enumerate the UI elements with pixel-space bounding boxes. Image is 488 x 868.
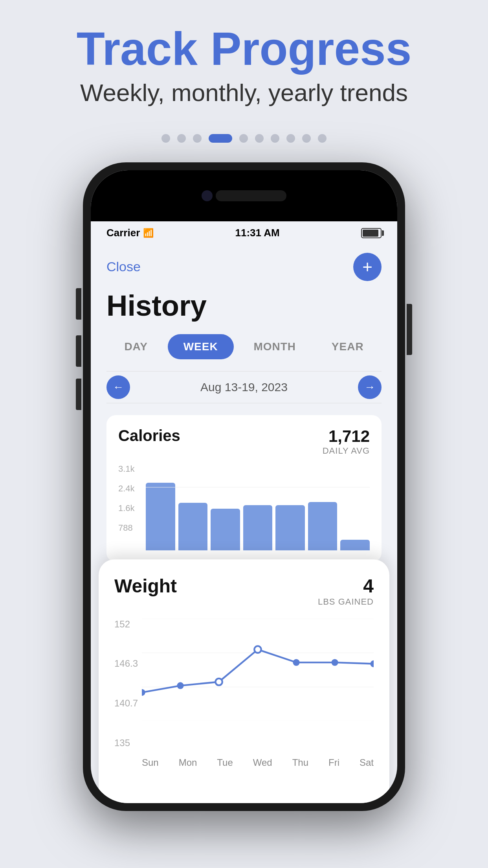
tab-day[interactable]: DAY [108,334,163,359]
dot-5[interactable] [239,134,248,143]
weight-chart-svg [142,619,374,721]
x-label-fri: Fri [328,757,339,768]
calories-stat: 1,712 DAILY AVG [323,427,370,456]
calories-avg-label: DAILY AVG [323,446,370,456]
bar-chart: 3.1k 2.4k 1.6k 788 [118,464,370,550]
y-axis-labels: 3.1k 2.4k 1.6k 788 [118,464,135,533]
weight-y-2: 146.3 [114,658,138,669]
point-tue [215,679,222,685]
bar-fri [308,502,338,550]
add-button[interactable]: + [353,253,382,281]
status-time: 11:31 AM [235,227,280,239]
x-label-wed: Wed [253,757,272,768]
weight-title: Weight [114,575,177,597]
bar-tue [211,509,240,550]
weight-header: Weight 4 LBS GAINED [114,575,374,607]
wifi-icon: 📶 [143,228,154,238]
bar-sun [146,483,175,550]
dot-8[interactable] [286,134,295,143]
speaker-grille [216,190,286,201]
pagination-dots [0,134,488,143]
point-sun [142,689,145,696]
point-mon [177,682,183,689]
y-label-2: 2.4k [118,484,135,494]
date-navigation: ← Aug 13-19, 2023 → [106,371,382,403]
bar-sat [340,540,370,550]
carrier-info: Carrier 📶 [106,227,154,239]
point-thu [293,659,299,666]
dot-4-active[interactable] [209,134,232,143]
x-label-sat: Sat [360,757,374,768]
volume-down-button [76,379,81,410]
weight-y-1: 152 [114,619,138,630]
calories-chart-header: Calories 1,712 DAILY AVG [118,427,370,456]
bars-container [146,464,370,550]
x-label-thu: Thu [292,757,308,768]
weight-stat-label: LBS GAINED [318,597,374,607]
weight-x-labels: Sun Mon Tue Wed Thu Fri Sat [142,757,374,768]
weight-stat-value: 4 [318,575,374,597]
y-label-1: 3.1k [118,464,135,474]
nav-bar: Close + [106,245,382,289]
phone-mockup: Carrier 📶 11:31 AM Close + [0,162,488,811]
point-sat [370,660,374,667]
calories-avg-value: 1,712 [323,427,370,446]
period-tabs: DAY WEEK MONTH YEAR [106,334,382,359]
y-label-3: 1.6k [118,503,135,513]
weight-stat: 4 LBS GAINED [318,575,374,607]
grid-line-1 [146,487,370,487]
x-label-sun: Sun [142,757,159,768]
screen-title: History [106,289,382,322]
front-camera [202,190,213,201]
status-bar: Carrier 📶 11:31 AM [91,221,397,245]
weight-y-3: 140.7 [114,698,138,709]
calories-chart-section: Calories 1,712 DAILY AVG 3.1k 2.4k [106,415,382,562]
page-header: Track Progress Weekly, monthly, yearly t… [0,0,488,118]
dot-3[interactable] [193,134,202,143]
bar-mon [178,503,208,550]
volume-up-button [76,335,81,367]
dot-9[interactable] [302,134,311,143]
phone-notch-area [91,170,397,221]
phone-frame: Carrier 📶 11:31 AM Close + [83,162,405,811]
x-label-mon: Mon [179,757,197,768]
phone-screen: Carrier 📶 11:31 AM Close + [91,170,397,803]
tab-week[interactable]: WEEK [168,334,234,359]
dot-7[interactable] [271,134,279,143]
carrier-label: Carrier [106,227,140,239]
next-arrow[interactable]: → [358,375,382,399]
weight-y-4: 135 [114,737,138,748]
x-label-tue: Tue [217,757,233,768]
prev-arrow[interactable]: ← [106,375,130,399]
dot-10[interactable] [318,134,327,143]
dot-1[interactable] [161,134,170,143]
close-button[interactable]: Close [106,259,141,274]
weight-y-labels: 152 146.3 140.7 135 [114,619,138,748]
tab-month[interactable]: MONTH [238,334,312,359]
bar-thu [275,505,305,550]
battery-icon [361,228,382,238]
app-content: Close + History DAY WEEK MONTH YEAR ← [91,245,397,562]
point-wed [254,646,261,653]
calories-chart-title: Calories [118,427,180,445]
app-background: Track Progress Weekly, monthly, yearly t… [0,0,488,868]
weight-line-chart: 152 146.3 140.7 135 [114,619,374,768]
bar-wed [243,505,273,550]
dot-6[interactable] [255,134,264,143]
tab-year[interactable]: YEAR [316,334,380,359]
date-range-label: Aug 13-19, 2023 [200,381,288,394]
page-title: Track Progress [0,24,488,75]
battery-fill [363,230,378,237]
dot-2[interactable] [177,134,186,143]
y-label-4: 788 [118,523,135,533]
page-subtitle: Weekly, monthly, yearly trends [0,79,488,107]
weight-card: Weight 4 LBS GAINED 152 146.3 140.7 [99,559,389,803]
point-fri [331,659,338,666]
